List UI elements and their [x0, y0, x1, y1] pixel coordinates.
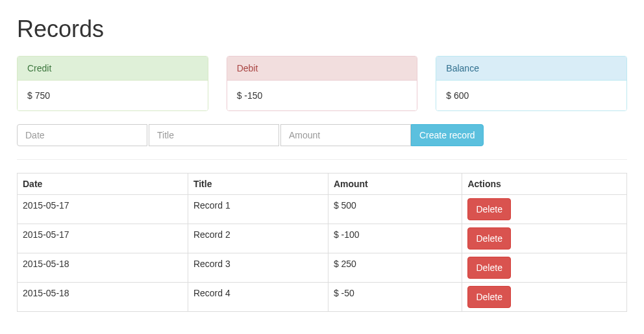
table-row: 2015-05-17Record 1$ 500Delete — [18, 195, 627, 224]
create-record-form: Create record — [17, 124, 627, 146]
cell-actions: Delete — [462, 224, 627, 253]
cell-date: 2015-05-18 — [18, 283, 188, 312]
cell-actions: Delete — [462, 195, 627, 224]
divider — [17, 159, 627, 160]
cell-title: Record 4 — [188, 283, 328, 312]
create-record-button[interactable]: Create record — [411, 124, 484, 146]
debit-label: Debit — [227, 57, 417, 81]
debit-value: $ -150 — [227, 81, 417, 110]
delete-button[interactable]: Delete — [467, 286, 510, 308]
header-date: Date — [18, 173, 188, 195]
header-amount: Amount — [328, 173, 462, 195]
amount-input[interactable] — [280, 124, 411, 146]
summary-panels: Credit $ 750 Debit $ -150 Balance $ 600 — [17, 56, 627, 111]
cell-amount: $ 250 — [328, 253, 462, 283]
page-title: Records — [17, 16, 627, 43]
cell-amount: $ -100 — [328, 224, 462, 253]
title-input[interactable] — [149, 124, 279, 146]
credit-label: Credit — [18, 57, 208, 81]
cell-amount: $ -50 — [328, 283, 462, 312]
cell-date: 2015-05-18 — [18, 253, 188, 283]
table-row: 2015-05-18Record 4$ -50Delete — [18, 283, 627, 312]
delete-button[interactable]: Delete — [467, 198, 510, 220]
balance-value: $ 600 — [436, 81, 626, 110]
cell-date: 2015-05-17 — [18, 224, 188, 253]
table-row: 2015-05-18Record 3$ 250Delete — [18, 253, 627, 283]
records-table: Date Title Amount Actions 2015-05-17Reco… — [17, 173, 627, 312]
cell-amount: $ 500 — [328, 195, 462, 224]
credit-value: $ 750 — [18, 81, 208, 110]
cell-title: Record 2 — [188, 224, 328, 253]
cell-date: 2015-05-17 — [18, 195, 188, 224]
cell-title: Record 3 — [188, 253, 328, 283]
cell-actions: Delete — [462, 253, 627, 283]
cell-title: Record 1 — [188, 195, 328, 224]
table-row: 2015-05-17Record 2$ -100Delete — [18, 224, 627, 253]
balance-label: Balance — [436, 57, 626, 81]
credit-panel: Credit $ 750 — [17, 56, 208, 111]
delete-button[interactable]: Delete — [467, 257, 510, 279]
header-actions: Actions — [462, 173, 627, 195]
balance-panel: Balance $ 600 — [436, 56, 627, 111]
delete-button[interactable]: Delete — [467, 227, 510, 250]
debit-panel: Debit $ -150 — [227, 56, 418, 111]
cell-actions: Delete — [462, 283, 627, 312]
date-input[interactable] — [17, 124, 147, 146]
header-title: Title — [188, 173, 328, 195]
